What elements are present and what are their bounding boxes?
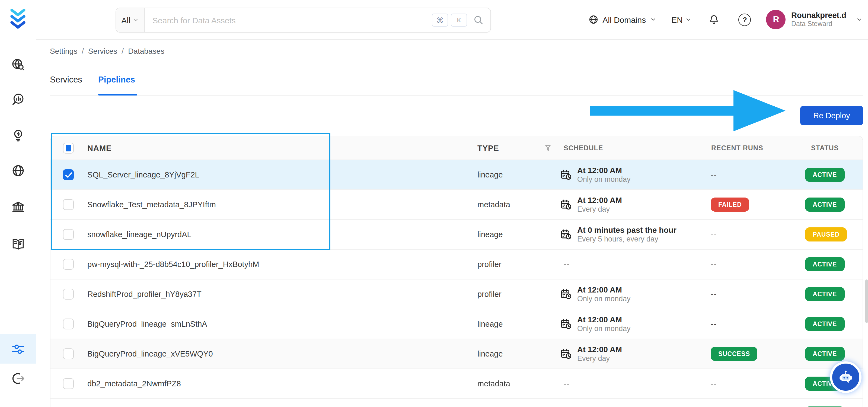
chevron-down-icon[interactable] bbox=[856, 16, 863, 23]
row-checkbox[interactable] bbox=[63, 289, 74, 300]
row-checkbox[interactable] bbox=[63, 259, 74, 270]
search-icon[interactable] bbox=[473, 14, 484, 26]
chatbot-button[interactable] bbox=[830, 362, 862, 393]
recent-run-badge: SUCCESS bbox=[711, 347, 757, 361]
breadcrumb-services[interactable]: Services bbox=[88, 47, 117, 55]
pipeline-name[interactable]: db2_metadata_2NwmfPZ8 bbox=[82, 379, 472, 388]
schedule-frequency: Every 5 hours, every day bbox=[577, 235, 677, 244]
logo-icon bbox=[7, 6, 29, 30]
schedule-time: At 12:00 AM bbox=[577, 344, 622, 354]
pipeline-type: lineage bbox=[472, 170, 559, 179]
row-checkbox-cell bbox=[51, 348, 82, 359]
search-scope-dropdown[interactable]: All bbox=[116, 8, 145, 32]
table-row[interactable]: BigQueryProd_lineage_xVE5WQY0lineageAt 1… bbox=[51, 339, 863, 369]
status-badge[interactable]: ACTIVE bbox=[805, 257, 844, 271]
status-badge[interactable]: ACTIVE bbox=[805, 287, 844, 301]
pipeline-name[interactable]: BigQueryProd_lineage_xVE5WQY0 bbox=[82, 349, 472, 358]
active-tab-underline bbox=[98, 94, 137, 95]
avatar-initial: R bbox=[773, 14, 779, 24]
pipeline-name[interactable]: RedshiftProd_profiler_hY8ya37T bbox=[82, 290, 472, 299]
sidebar-item-sliders[interactable] bbox=[0, 334, 36, 364]
pipeline-name[interactable]: BigQueryProd_lineage_smLnSthA bbox=[82, 320, 472, 328]
sidebar-item-logout[interactable] bbox=[0, 364, 36, 393]
search-input[interactable] bbox=[145, 15, 432, 25]
logout-icon bbox=[10, 371, 25, 385]
recent-runs-cell: -- bbox=[706, 379, 802, 388]
recent-runs-empty: -- bbox=[711, 320, 717, 328]
row-checkbox[interactable] bbox=[63, 378, 74, 389]
status-badge[interactable]: PAUSED bbox=[805, 227, 847, 242]
redeploy-button[interactable]: Re Deploy bbox=[800, 106, 863, 125]
row-checkbox-cell bbox=[51, 318, 82, 330]
breadcrumb: Settings/Services/Databases bbox=[50, 47, 164, 55]
schedule-time: At 12:00 AM bbox=[577, 165, 631, 175]
book-icon bbox=[10, 237, 25, 252]
breadcrumb-settings[interactable]: Settings bbox=[50, 47, 77, 55]
topbar-right: All Domains EN ? R Rounakpreet.d Data St… bbox=[588, 0, 868, 39]
schedule-texts: At 12:00 AMOnly on monday bbox=[577, 165, 631, 184]
schedule-cell: -- bbox=[559, 260, 706, 269]
breadcrumb-databases[interactable]: Databases bbox=[128, 47, 164, 55]
tab-pipelines[interactable]: Pipelines bbox=[98, 75, 135, 85]
sidebar-item-bank[interactable] bbox=[0, 193, 36, 222]
status-cell: ACTIVE bbox=[802, 347, 863, 361]
pipeline-type: lineage bbox=[472, 320, 559, 328]
user-role: Data Steward bbox=[791, 20, 846, 28]
pipeline-type: profiler bbox=[472, 260, 559, 269]
status-cell: ACTIVE bbox=[802, 317, 863, 331]
globe-icon bbox=[10, 163, 25, 178]
schedule-empty: -- bbox=[564, 260, 570, 269]
status-cell: ACTIVE bbox=[802, 168, 863, 182]
table-row[interactable]: mastun_lineage_xBY00YKglineageACTIVE bbox=[51, 399, 863, 407]
sidebar-item-bulb[interactable] bbox=[0, 121, 36, 150]
schedule-frequency: Only on monday bbox=[577, 324, 631, 334]
sidebar-item-book[interactable] bbox=[0, 229, 36, 259]
app-logo[interactable] bbox=[7, 6, 29, 30]
sidebar-item-globe[interactable] bbox=[0, 156, 36, 185]
status-badge[interactable]: ACTIVE bbox=[805, 197, 844, 212]
help-icon[interactable]: ? bbox=[739, 13, 751, 26]
recent-runs-cell: -- bbox=[706, 259, 802, 269]
schedule-time: At 12:00 AM bbox=[577, 285, 631, 294]
status-badge[interactable]: ACTIVE bbox=[805, 317, 844, 331]
schedule-cell: At 12:00 AMOnly on monday bbox=[559, 285, 706, 304]
cmd-key-badge: ⌘ bbox=[432, 13, 448, 27]
status-cell: ACTIVE bbox=[802, 197, 863, 212]
schedule-texts: At 12:00 AMOnly on monday bbox=[577, 285, 631, 304]
chart-search-icon bbox=[10, 92, 25, 106]
chevron-down-icon bbox=[133, 17, 139, 23]
table-row[interactable]: RedshiftProd_profiler_hY8ya37TprofilerAt… bbox=[51, 279, 863, 309]
calendar-clock-icon bbox=[560, 318, 572, 330]
notifications-bell-icon[interactable] bbox=[708, 13, 720, 26]
header-status: STATUS bbox=[802, 144, 863, 152]
status-badge[interactable]: ACTIVE bbox=[805, 168, 844, 182]
pipeline-type: metadata bbox=[472, 379, 559, 388]
pipeline-type: lineage bbox=[472, 349, 559, 358]
row-checkbox-cell bbox=[51, 289, 82, 300]
scrollbar-thumb[interactable] bbox=[865, 279, 868, 323]
pipeline-name[interactable]: pw-mysql-with-_25-d8b54c10_profiler_HxBo… bbox=[82, 260, 472, 269]
tab-services[interactable]: Services bbox=[50, 75, 82, 85]
sidebar-item-chart-search[interactable] bbox=[0, 85, 36, 114]
table-row[interactable]: db2_metadata_2NwmfPZ8metadata----ACTIVE bbox=[51, 369, 863, 399]
schedule-cell: At 0 minutes past the hourEvery 5 hours,… bbox=[559, 225, 706, 244]
filter-funnel-icon[interactable] bbox=[544, 144, 552, 152]
sidebar-item-globe-search[interactable] bbox=[0, 50, 36, 79]
recent-runs-empty: -- bbox=[711, 170, 717, 179]
language-selector[interactable]: EN bbox=[671, 15, 692, 24]
table-row[interactable]: pw-mysql-with-_25-d8b54c10_profiler_HxBo… bbox=[51, 250, 863, 279]
row-checkbox[interactable] bbox=[63, 348, 74, 359]
status-badge[interactable]: ACTIVE bbox=[805, 347, 844, 361]
header-type: TYPE bbox=[472, 144, 559, 152]
avatar[interactable]: R bbox=[766, 10, 786, 29]
domain-selector-label: All Domains bbox=[602, 15, 646, 24]
recent-runs-cell: -- bbox=[706, 289, 802, 299]
recent-runs-cell: -- bbox=[706, 319, 802, 329]
bulb-icon bbox=[10, 128, 25, 143]
table-row[interactable]: BigQueryProd_lineage_smLnSthAlineageAt 1… bbox=[51, 309, 863, 339]
globe-icon bbox=[588, 14, 599, 25]
schedule-cell: At 12:00 AMEvery day bbox=[559, 344, 706, 363]
user-info[interactable]: Rounakpreet.d Data Steward bbox=[791, 11, 846, 28]
domain-selector[interactable]: All Domains bbox=[588, 14, 656, 25]
row-checkbox[interactable] bbox=[63, 318, 74, 330]
